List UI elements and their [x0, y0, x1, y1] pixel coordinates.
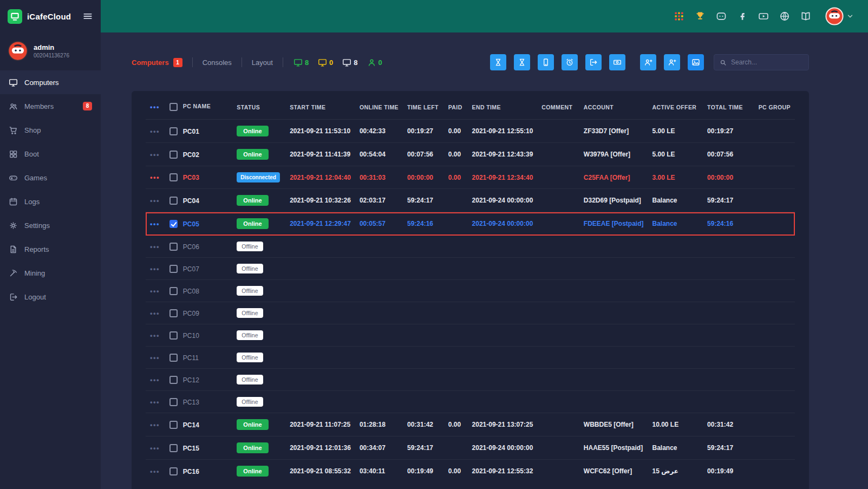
row-actions-icon[interactable]: •••	[150, 331, 160, 340]
select-all-checkbox[interactable]	[169, 103, 178, 111]
row-checkbox[interactable]	[169, 220, 178, 228]
row-actions-button[interactable]: •••	[146, 324, 165, 347]
table-row[interactable]: •••PC12Offline	[146, 369, 795, 391]
row-checkbox[interactable]	[169, 151, 178, 159]
row-actions-icon[interactable]: •••	[150, 243, 160, 251]
row-checkbox[interactable]	[169, 265, 178, 273]
globe-icon[interactable]	[779, 11, 790, 22]
table-row[interactable]: •••PC04Online2021-09-21 10:32:2602:03:17…	[146, 189, 795, 212]
sidebar-user-block[interactable]: admin 002041136276	[0, 32, 101, 70]
row-actions-button[interactable]: •••	[146, 369, 165, 391]
row-checkbox[interactable]	[169, 421, 178, 429]
table-row[interactable]: •••PC15Online2021-09-21 12:01:3600:34:07…	[146, 436, 795, 460]
sidebar-item-members[interactable]: Members8	[0, 94, 101, 118]
sidebar-item-logs[interactable]: Logs	[0, 190, 101, 213]
row-actions-icon[interactable]: •••	[150, 467, 160, 475]
hourglass-add-button[interactable]	[514, 54, 530, 70]
table-row[interactable]: •••PC01Online2021-09-21 11:53:1000:42:33…	[146, 120, 795, 143]
row-actions-button[interactable]: •••	[146, 166, 165, 189]
tab-layout[interactable]: Layout	[242, 57, 283, 67]
row-checkbox[interactable]	[169, 331, 178, 340]
row-actions-icon[interactable]: •••	[150, 173, 160, 181]
row-checkbox[interactable]	[169, 354, 178, 362]
row-checkbox[interactable]	[169, 467, 178, 475]
table-row[interactable]: •••PC13Offline	[146, 391, 795, 413]
row-actions-button[interactable]: •••	[146, 236, 165, 258]
row-checkbox[interactable]	[169, 127, 178, 135]
sidebar-item-computers[interactable]: Computers	[0, 70, 101, 94]
row-actions-icon[interactable]: •••	[150, 220, 160, 228]
add-member-button[interactable]	[640, 54, 656, 70]
sidebar-item-reports[interactable]: Reports	[0, 237, 101, 261]
table-row[interactable]: •••PC07Offline	[146, 258, 795, 280]
sidebar-item-boot[interactable]: Boot	[0, 142, 101, 166]
table-row[interactable]: •••PC02Online2021-09-21 11:41:3900:54:04…	[146, 143, 795, 166]
trophy-icon[interactable]	[695, 11, 706, 22]
table-row[interactable]: •••PC03Disconnected2021-09-21 12:04:4000…	[146, 166, 795, 189]
column-actions[interactable]: •••	[146, 93, 165, 120]
row-actions-button[interactable]: •••	[146, 280, 165, 302]
row-checkbox[interactable]	[169, 173, 178, 181]
tab-computers[interactable]: Computers1	[132, 57, 193, 67]
screenshot-button[interactable]	[688, 54, 704, 70]
table-row[interactable]: •••PC14Online2021-09-21 11:07:2501:28:18…	[146, 413, 795, 436]
row-actions-button[interactable]: •••	[146, 413, 165, 436]
row-actions-button[interactable]: •••	[146, 302, 165, 324]
sidebar-item-games[interactable]: Games	[0, 166, 101, 190]
apps-grid-icon[interactable]	[674, 11, 684, 22]
alarm-button[interactable]	[562, 54, 578, 70]
book-icon[interactable]	[800, 11, 811, 22]
hamburger-menu-icon[interactable]	[82, 11, 93, 22]
row-checkbox[interactable]	[169, 309, 178, 317]
row-actions-icon[interactable]: •••	[150, 151, 160, 159]
row-actions-button[interactable]: •••	[146, 212, 165, 236]
row-actions-icon[interactable]: •••	[150, 265, 160, 273]
sidebar-item-mining[interactable]: Mining	[0, 261, 101, 285]
row-actions-button[interactable]: •••	[146, 391, 165, 413]
row-checkbox[interactable]	[169, 376, 178, 384]
user-menu[interactable]	[825, 7, 854, 25]
youtube-icon[interactable]	[758, 11, 769, 22]
row-actions-icon[interactable]: •••	[150, 197, 160, 205]
row-actions-button[interactable]: •••	[146, 189, 165, 212]
row-actions-icon[interactable]: •••	[150, 354, 160, 362]
row-actions-icon[interactable]: •••	[150, 398, 160, 406]
row-checkbox[interactable]	[169, 287, 178, 295]
row-checkbox[interactable]	[169, 197, 178, 205]
facebook-icon[interactable]	[737, 11, 748, 22]
assign-member-button[interactable]	[664, 54, 680, 70]
hourglass-button[interactable]	[490, 54, 506, 70]
sidebar-item-shop[interactable]: Shop	[0, 118, 101, 142]
sidebar-item-logout[interactable]: Logout	[0, 285, 101, 309]
tab-consoles[interactable]: Consoles	[193, 57, 242, 67]
row-checkbox[interactable]	[169, 398, 178, 406]
row-actions-button[interactable]: •••	[146, 347, 165, 369]
mobile-button[interactable]	[538, 54, 554, 70]
row-actions-icon[interactable]: •••	[150, 421, 160, 429]
checkout-button[interactable]	[585, 54, 602, 70]
search-input[interactable]	[731, 58, 803, 66]
row-actions-icon[interactable]: •••	[150, 127, 160, 135]
row-actions-icon[interactable]: •••	[150, 287, 160, 295]
cash-button[interactable]	[609, 54, 625, 70]
row-actions-button[interactable]: •••	[146, 460, 165, 483]
row-checkbox[interactable]	[169, 444, 178, 452]
table-row[interactable]: •••PC09Offline	[146, 302, 795, 324]
row-actions-button[interactable]: •••	[146, 258, 165, 280]
row-actions-button[interactable]: •••	[146, 143, 165, 166]
row-actions-icon[interactable]: •••	[150, 444, 160, 452]
sidebar-item-settings[interactable]: Settings	[0, 213, 101, 237]
table-row[interactable]: •••PC05Online2021-09-21 12:29:4700:05:57…	[146, 212, 795, 236]
table-row[interactable]: •••PC11Offline	[146, 347, 795, 369]
table-row[interactable]: •••PC06Offline	[146, 236, 795, 258]
row-checkbox[interactable]	[169, 243, 178, 251]
header-actions-icon[interactable]: •••	[150, 103, 160, 111]
table-row[interactable]: •••PC16Online2021-09-21 08:55:3203:40:11…	[146, 460, 795, 483]
table-row[interactable]: •••PC08Offline	[146, 280, 795, 302]
discord-icon[interactable]	[716, 11, 727, 22]
table-row[interactable]: •••PC10Offline	[146, 324, 795, 347]
row-actions-icon[interactable]: •••	[150, 309, 160, 317]
row-actions-button[interactable]: •••	[146, 120, 165, 143]
row-actions-button[interactable]: •••	[146, 436, 165, 460]
row-actions-icon[interactable]: •••	[150, 376, 160, 384]
